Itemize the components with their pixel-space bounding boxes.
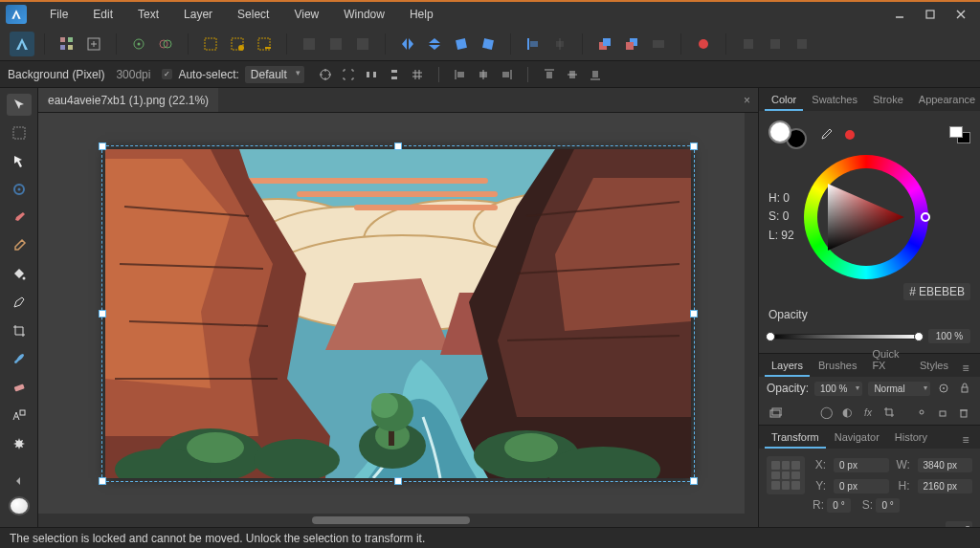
- transform-more-dropdown[interactable]: [946, 521, 972, 527]
- tab-color[interactable]: Color: [765, 90, 803, 111]
- transform-menu-icon[interactable]: ≡: [957, 431, 974, 449]
- node-tool[interactable]: [7, 150, 32, 172]
- canvas-viewport[interactable]: [38, 113, 758, 514]
- clone-tool[interactable]: [7, 404, 32, 426]
- menu-view[interactable]: View: [282, 4, 330, 25]
- recent-color-dot[interactable]: [845, 130, 855, 140]
- crop-layer-icon[interactable]: [880, 404, 898, 421]
- ctx-grid-icon[interactable]: [408, 65, 427, 84]
- autoselect-dropdown[interactable]: Default: [245, 66, 304, 83]
- handle-n[interactable]: [394, 142, 402, 150]
- snap-2-icon[interactable]: [763, 32, 788, 56]
- selection-sub-icon[interactable]: [252, 32, 277, 56]
- persona-designer-icon[interactable]: [10, 32, 34, 56]
- color-picker-tool[interactable]: [7, 234, 32, 256]
- horizontal-scrollbar[interactable]: [38, 514, 758, 527]
- fill-tool[interactable]: [7, 263, 32, 285]
- effects-tool[interactable]: [7, 432, 32, 454]
- handle-e[interactable]: [690, 310, 698, 318]
- handle-sw[interactable]: [99, 477, 106, 485]
- ctx-align-m-icon[interactable]: [563, 65, 582, 84]
- tab-transform[interactable]: Transform: [765, 427, 826, 449]
- menu-help[interactable]: Help: [398, 4, 445, 25]
- reset-bw-icon[interactable]: [949, 126, 970, 143]
- window-maximize-button[interactable]: [917, 5, 944, 24]
- handle-se[interactable]: [690, 477, 698, 485]
- rotate-cw-icon[interactable]: [476, 32, 501, 56]
- tf-w-value[interactable]: 3840 px: [918, 458, 973, 472]
- double-target-icon[interactable]: [153, 32, 178, 56]
- tab-layers[interactable]: Layers: [765, 356, 810, 377]
- document-tab[interactable]: eau4aveie7xb1 (1).png (22.1%): [38, 88, 218, 112]
- ctx-align-c-icon[interactable]: [474, 65, 493, 84]
- ctx-align-b-icon[interactable]: [586, 65, 605, 84]
- menu-text[interactable]: Text: [126, 4, 170, 25]
- layers-lock-icon[interactable]: [957, 381, 972, 396]
- erase-tool[interactable]: [7, 376, 32, 398]
- opacity-slider[interactable]: [768, 334, 921, 340]
- move-tool[interactable]: [7, 94, 32, 116]
- handle-s[interactable]: [394, 477, 402, 485]
- snap-1-icon[interactable]: [736, 32, 761, 56]
- ctx-corners-icon[interactable]: [339, 65, 358, 84]
- anchor-selector[interactable]: [767, 456, 805, 494]
- tab-navigator[interactable]: Navigator: [828, 427, 886, 449]
- ctx-align-l-icon[interactable]: [451, 65, 470, 84]
- mask-icon[interactable]: ◯: [817, 404, 835, 421]
- target-icon[interactable]: [126, 32, 151, 56]
- menu-layer[interactable]: Layer: [172, 4, 224, 25]
- fx-icon[interactable]: fx: [859, 404, 877, 421]
- pen-tool[interactable]: [7, 291, 32, 313]
- dim-btn-2[interactable]: [323, 32, 348, 56]
- menu-select[interactable]: Select: [226, 4, 280, 25]
- color-swatch-pair[interactable]: [768, 121, 807, 149]
- move-back2-icon[interactable]: [646, 32, 671, 56]
- selection-all-icon[interactable]: [198, 32, 223, 56]
- insert-icon[interactable]: [81, 32, 106, 56]
- layers-opacity-value[interactable]: 100 %: [814, 382, 862, 396]
- tab-appearance[interactable]: Appearance: [912, 90, 980, 111]
- tab-history[interactable]: History: [888, 427, 934, 449]
- ctx-dist-h-icon[interactable]: [362, 65, 381, 84]
- foreground-color-well[interactable]: [9, 496, 30, 515]
- link-icon[interactable]: [913, 404, 930, 421]
- tf-h-value[interactable]: 2160 px: [918, 479, 973, 493]
- snap-3-icon[interactable]: [790, 32, 814, 56]
- expand-tool[interactable]: [7, 468, 32, 490]
- flip-h-icon[interactable]: [395, 32, 420, 56]
- layers-menu-icon[interactable]: ≡: [957, 360, 974, 377]
- hex-input[interactable]: # EBEBEB: [903, 283, 970, 300]
- tf-r-value[interactable]: 0 °: [827, 498, 850, 513]
- artboard[interactable]: [105, 149, 691, 478]
- tab-styles[interactable]: Styles: [913, 356, 955, 377]
- blend-mode-dropdown[interactable]: Normal: [868, 382, 930, 396]
- dim-btn-3[interactable]: [350, 32, 375, 56]
- brush-tool[interactable]: [7, 347, 32, 369]
- align-left-icon[interactable]: [521, 32, 546, 56]
- ctx-align-r-icon[interactable]: [497, 65, 516, 84]
- move-front-icon[interactable]: [592, 32, 617, 56]
- vertical-scrollbar[interactable]: [745, 113, 758, 514]
- ctx-dist-v-icon[interactable]: [385, 65, 404, 84]
- rotate-ccw-icon[interactable]: [449, 32, 474, 56]
- lock-icon[interactable]: [934, 404, 951, 421]
- window-close-button[interactable]: [947, 5, 974, 24]
- arrange-icon[interactable]: [55, 32, 79, 56]
- layers-settings-icon[interactable]: [936, 381, 951, 396]
- handle-nw[interactable]: [99, 142, 106, 150]
- menu-window[interactable]: Window: [332, 4, 396, 25]
- view-tool[interactable]: [7, 121, 32, 143]
- tf-y-value[interactable]: 0 px: [834, 479, 889, 493]
- window-minimize-button[interactable]: [886, 5, 913, 24]
- handle-w[interactable]: [99, 310, 106, 318]
- eyedropper-icon[interactable]: [814, 123, 837, 146]
- opacity-value[interactable]: 100 %: [928, 329, 970, 343]
- paint-brush-tool[interactable]: [7, 207, 32, 229]
- color-wheel[interactable]: [804, 155, 928, 279]
- trash-icon[interactable]: [955, 404, 972, 421]
- ctx-align-t-icon[interactable]: [540, 65, 559, 84]
- adjust-icon[interactable]: ◐: [838, 404, 856, 421]
- move-back-icon[interactable]: [619, 32, 644, 56]
- flip-v-icon[interactable]: [422, 32, 447, 56]
- tab-brushes[interactable]: Brushes: [812, 356, 863, 377]
